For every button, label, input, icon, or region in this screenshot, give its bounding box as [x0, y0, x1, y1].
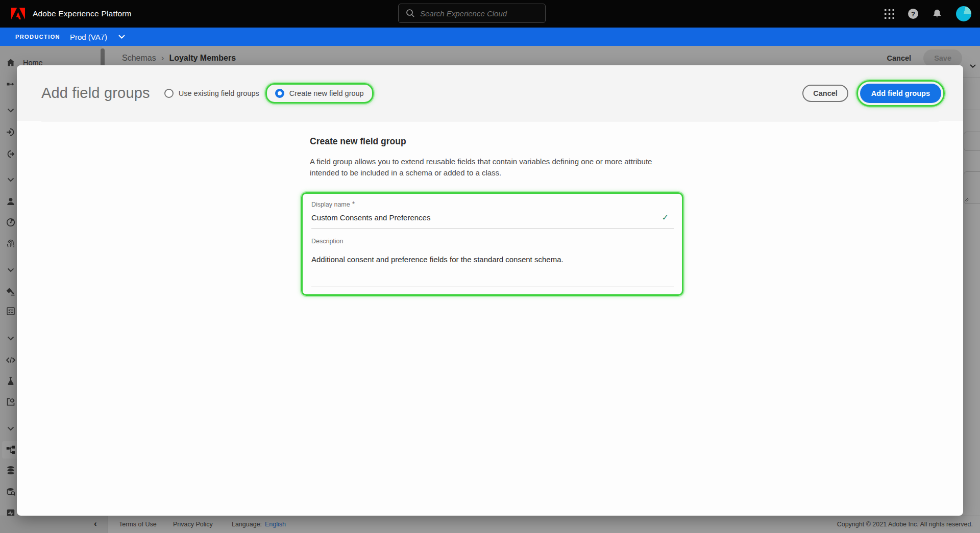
environment-type-label: PRODUCTION [15, 34, 60, 40]
top-shell-bar: Adobe Experience Platform ? [0, 0, 980, 28]
adobe-logo-icon[interactable] [11, 8, 25, 20]
display-name-field[interactable]: Custom Consents and Preferences ✓ [311, 213, 674, 222]
valid-check-icon: ✓ [662, 213, 669, 222]
app-switcher-icon[interactable] [885, 9, 894, 19]
environment-picker[interactable]: Prod (VA7) [70, 33, 107, 41]
radio-on-icon[interactable] [275, 89, 284, 98]
radio-create-new[interactable]: Create new field group [275, 89, 364, 98]
app-title: Adobe Experience Platform [33, 9, 132, 18]
user-avatar[interactable] [956, 6, 971, 21]
search-icon [406, 9, 415, 18]
radio-off-icon[interactable] [164, 89, 174, 98]
section-heading: Create new field group [310, 136, 963, 147]
radio-label: Create new field group [289, 89, 364, 97]
radio-label: Use existing field groups [179, 89, 259, 97]
global-search[interactable] [398, 4, 546, 23]
modal-header: Add field groups Use existing field grou… [17, 65, 963, 121]
modal-cancel-button[interactable]: Cancel [802, 85, 848, 102]
display-name-value[interactable]: Custom Consents and Preferences [311, 213, 430, 222]
top-shell-icons: ? [885, 0, 980, 28]
modal-title: Add field groups [41, 85, 150, 101]
add-field-groups-button[interactable]: Add field groups [860, 84, 941, 103]
description-field[interactable]: Additional consent and preference fields… [311, 255, 674, 264]
field-underline [311, 287, 674, 287]
required-asterisk: * [352, 200, 355, 208]
chevron-down-icon[interactable] [118, 35, 125, 39]
modal-actions: Cancel Add field groups [802, 80, 945, 107]
radio-use-existing[interactable]: Use existing field groups [164, 89, 259, 98]
annotation-ring-submit: Add field groups [856, 80, 945, 107]
annotation-box-radio: Create new field group [265, 83, 374, 104]
modal-body: Create new field group A field group all… [17, 121, 963, 296]
field-underline [311, 229, 674, 229]
description-label: Description [311, 238, 674, 245]
display-name-label: Display name* [311, 200, 674, 208]
section-intro: A field group allows you to extend reusa… [310, 156, 662, 179]
notifications-bell-icon[interactable] [932, 9, 942, 19]
help-icon[interactable]: ? [908, 9, 918, 19]
annotation-box-fields: Display name* Custom Consents and Prefer… [301, 192, 683, 296]
search-input[interactable] [420, 9, 545, 18]
textarea-space [311, 264, 674, 281]
add-field-groups-modal: Add field groups Use existing field grou… [17, 65, 963, 516]
description-value[interactable]: Additional consent and preference fields… [311, 255, 564, 264]
environment-bar: PRODUCTION Prod (VA7) [0, 28, 980, 46]
